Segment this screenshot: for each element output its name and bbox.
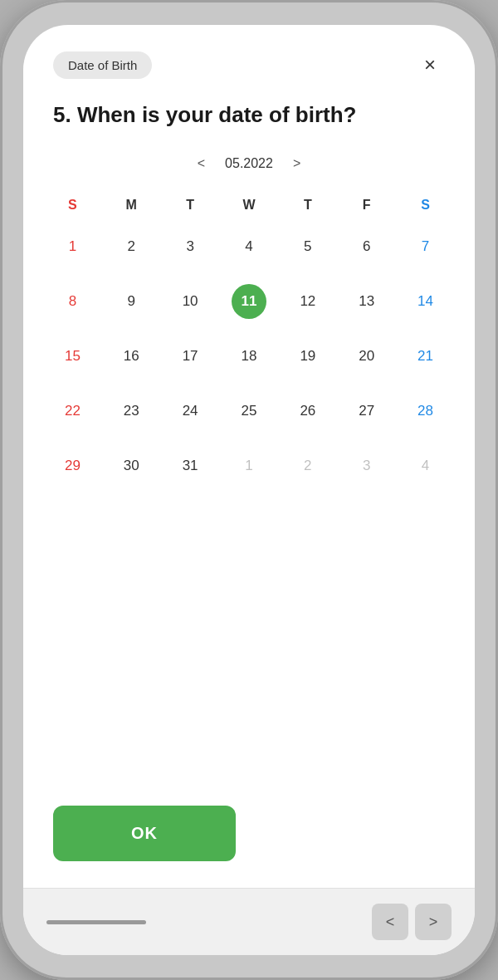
day-cell-selected[interactable]: 11 — [220, 274, 279, 329]
day-cell[interactable]: 14 — [396, 274, 455, 329]
day-cell-other: 4 — [396, 439, 455, 493]
day-cell[interactable]: 19 — [278, 329, 337, 384]
day-cell[interactable]: 12 — [278, 274, 337, 329]
ok-button[interactable]: OK — [53, 806, 236, 861]
day-cell[interactable]: 9 — [102, 274, 161, 329]
day-cell[interactable]: 8 — [43, 274, 102, 329]
day-header-mon: M — [102, 191, 161, 219]
nav-buttons: < > — [372, 904, 452, 940]
day-cell[interactable]: 20 — [337, 329, 396, 384]
bottom-bar: < > — [23, 888, 475, 955]
day-cell[interactable]: 1 — [43, 219, 102, 274]
forward-nav-button[interactable]: > — [415, 904, 452, 940]
day-cell[interactable]: 18 — [220, 329, 279, 384]
question-title: 5. When is your date of birth? — [23, 93, 475, 153]
day-cell[interactable]: 21 — [396, 329, 455, 384]
day-cell-other: 2 — [278, 439, 337, 493]
calendar-container: < 05.2022 > S M T W T F S 1 2 — [23, 153, 475, 786]
day-cell[interactable]: 31 — [161, 439, 220, 493]
month-nav: < 05.2022 > — [43, 153, 455, 174]
day-cell[interactable]: 30 — [102, 439, 161, 493]
day-cell[interactable]: 23 — [102, 384, 161, 439]
day-cell[interactable]: 22 — [43, 384, 102, 439]
day-cell[interactable]: 5 — [278, 219, 337, 274]
day-header-sat: S — [396, 191, 455, 219]
ok-btn-container: OK — [23, 786, 475, 888]
day-cell[interactable]: 29 — [43, 439, 102, 493]
day-header-wed: W — [220, 191, 279, 219]
screen-content: Date of Birth × 5. When is your date of … — [23, 25, 475, 888]
day-cell[interactable]: 2 — [102, 219, 161, 274]
day-cell[interactable]: 24 — [161, 384, 220, 439]
day-cell[interactable]: 16 — [102, 329, 161, 384]
back-nav-button[interactable]: < — [372, 904, 408, 940]
top-bar: Date of Birth × — [23, 25, 475, 93]
day-cell[interactable]: 6 — [337, 219, 396, 274]
tag-badge: Date of Birth — [53, 51, 152, 79]
home-indicator — [46, 920, 146, 924]
close-button[interactable]: × — [415, 50, 445, 80]
day-cell[interactable]: 13 — [337, 274, 396, 329]
day-cell[interactable]: 7 — [396, 219, 455, 274]
day-header-sun: S — [43, 191, 102, 219]
day-cell[interactable]: 26 — [278, 384, 337, 439]
day-cell[interactable]: 10 — [161, 274, 220, 329]
phone-frame: Date of Birth × 5. When is your date of … — [0, 0, 498, 980]
month-label: 05.2022 — [225, 156, 273, 171]
day-cell[interactable]: 28 — [396, 384, 455, 439]
prev-month-button[interactable]: < — [193, 153, 210, 174]
day-cell[interactable]: 3 — [161, 219, 220, 274]
calendar-grid: S M T W T F S 1 2 3 4 5 6 7 8 — [43, 191, 455, 493]
day-cell[interactable]: 15 — [43, 329, 102, 384]
day-cell-other: 1 — [220, 439, 279, 493]
day-header-tue: T — [161, 191, 220, 219]
day-cell[interactable]: 25 — [220, 384, 279, 439]
day-cell[interactable]: 4 — [220, 219, 279, 274]
day-cell[interactable]: 27 — [337, 384, 396, 439]
next-month-button[interactable]: > — [288, 153, 305, 174]
day-header-thu: T — [278, 191, 337, 219]
day-header-fri: F — [337, 191, 396, 219]
day-cell-other: 3 — [337, 439, 396, 493]
phone-screen: Date of Birth × 5. When is your date of … — [23, 25, 475, 955]
day-cell[interactable]: 17 — [161, 329, 220, 384]
